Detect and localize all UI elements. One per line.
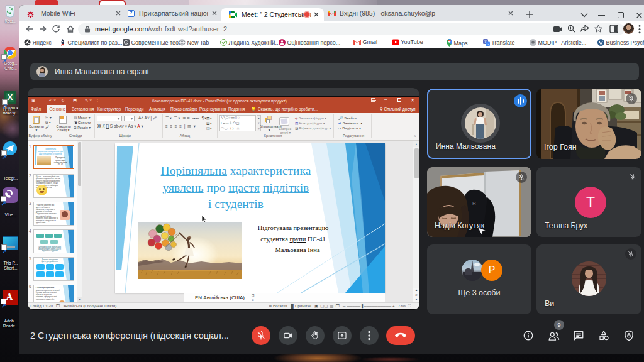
svg-text:G: G [487, 41, 489, 45]
svg-text:R: R [472, 200, 476, 206]
